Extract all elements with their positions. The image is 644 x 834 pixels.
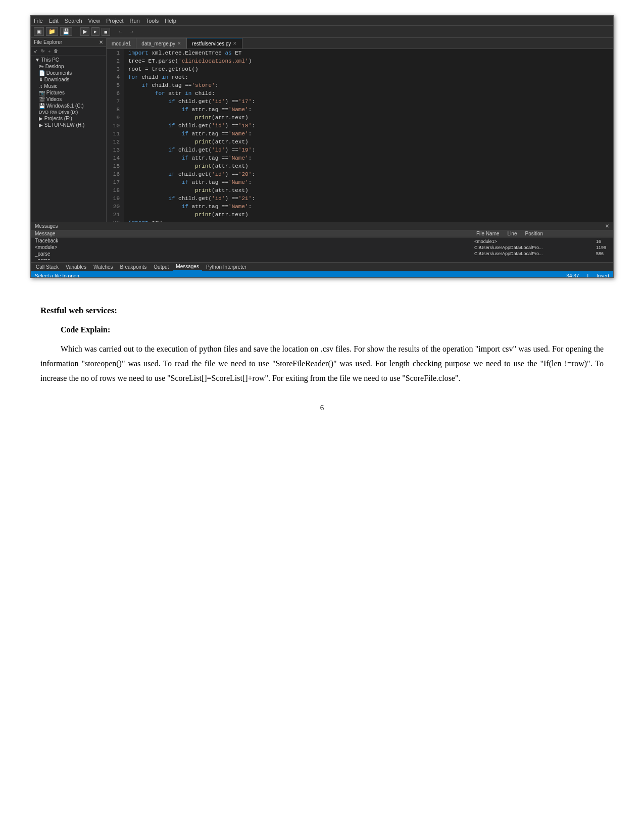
file-tree: ▼ This PC 🗁 Desktop 📄 Documents ⬇ Downlo… [31,56,106,129]
bottom-tab-variables[interactable]: Variables [63,263,89,271]
message-row-1: Traceback [31,237,472,244]
menu-file[interactable]: File [34,18,43,24]
file-tree-item[interactable]: ▶ Projects (E:) [31,115,106,122]
text-content-section: Restful web services: Code Explain: Whic… [0,288,644,435]
toolbar-nav-back[interactable]: ← [118,29,123,34]
menu-edit[interactable]: Edit [49,18,59,24]
messages-column-headers: Message [31,230,472,237]
col-line: Line [504,230,521,237]
file-explorer: File Explorer ✕ ↙ ↻ + 🗑 ▼ This PC 🗁 Desk… [31,38,107,222]
message-row-2: <module> [31,244,472,251]
ide-bottom-tabs: Call Stack Variables Watches Breakpoints… [31,262,613,271]
ide-screenshot-container: File Edit Search View Project Run Tools … [0,0,644,288]
code-content-area: 12345 678910 1112131415 1617181920 21222… [107,49,613,222]
file-tree-item[interactable]: 🗁 Desktop [31,63,106,70]
file-explorer-pin[interactable]: ✕ [99,39,103,45]
file-tree-item[interactable]: DVD RW Drive (D:) [31,109,106,115]
line-numbers: 12345 678910 1112131415 1617181920 21222… [107,49,124,222]
col-position: Position [521,230,547,237]
messages-title: Messages [35,223,58,229]
file-explorer-title: File Explorer ✕ [31,38,106,47]
file-tree-item[interactable]: ⬇ Downloads [31,76,106,83]
statusbar-message: Select a file to open [35,273,79,278]
menu-tools[interactable]: Tools [146,18,159,24]
ide-menubar[interactable]: File Edit Search View Project Run Tools … [31,16,613,26]
code-editor[interactable]: module1 data_merge.py ✕ restfulservices.… [107,38,613,222]
ide-statusbar: Select a file to open 34:37 | Insert [31,271,613,278]
file-tree-item[interactable]: ♫ Music [31,83,106,89]
section-heading-restful: Restful web services: [40,303,604,319]
file-tree-item[interactable]: 📷 Pictures [31,89,106,96]
menu-run[interactable]: Run [129,18,139,24]
toolbar-run[interactable]: ▶ [80,27,89,36]
msg-right-row-4: C:\Users\userAppData\LocalPro... 586 [472,251,613,257]
messages-content: Message Traceback <module> _parse _parse [31,230,613,260]
toolbar-save[interactable]: 💾 [60,27,72,36]
toolbar-nav-fwd[interactable]: → [129,29,134,34]
col-filename: File Name [472,230,504,237]
file-tree-item[interactable]: 💾 Windows8.1 (C:) [31,103,106,109]
sub-heading-code-explain: Code Explain: [61,323,604,337]
file-tree-item[interactable]: ▶ SETUP-NEW (H:) [31,122,106,128]
file-tree-item[interactable]: ▼ This PC [31,57,106,63]
code-lines: import xml.etree.ElementTree as ET tree=… [124,49,613,222]
messages-right-panel: File Name Line Position <module1> 16 [472,230,613,260]
menu-project[interactable]: Project [106,18,123,24]
fe-refresh[interactable]: ↻ [40,48,46,54]
menu-search[interactable]: Search [65,18,82,24]
ide-main-area: File Explorer ✕ ↙ ↻ + 🗑 ▼ This PC 🗁 Desk… [31,38,613,222]
statusbar-position: 34:37 [566,273,579,278]
bottom-tab-breakpoints[interactable]: Breakpoints [117,263,150,271]
menu-view[interactable]: View [88,18,101,24]
page-number: 6 [40,401,604,415]
bottom-tab-messages[interactable]: Messages [173,263,202,271]
col-message: Message [31,230,60,237]
toolbar-new[interactable]: ▣ [34,27,44,36]
bottom-tab-watches[interactable]: Watches [90,263,116,271]
message-row-4: _parse [31,257,472,260]
message-row-3: _parse [31,251,472,257]
ide-tabs-bar: module1 data_merge.py ✕ restfulservices.… [107,38,613,49]
fe-delete[interactable]: 🗑 [53,48,59,54]
statusbar-mode: Insert [597,273,609,278]
file-tree-item[interactable]: 📄 Documents [31,70,106,76]
bottom-tab-callstack[interactable]: Call Stack [33,263,62,271]
ide-window: File Edit Search View Project Run Tools … [30,15,614,278]
msg-right-row-3: C:\Users\userAppData\LocalPro... 1199 [472,244,613,251]
body-paragraph: Which was carried out to the execution o… [40,342,604,385]
close-tab-data-merge[interactable]: ✕ [177,41,181,46]
bottom-tab-python-interpreter[interactable]: Python Interpreter [203,263,250,271]
toolbar-stop[interactable]: ■ [102,28,110,36]
toolbar-debug[interactable]: ▸ [91,27,100,36]
file-explorer-toolbar: ↙ ↻ + 🗑 [31,47,106,56]
tab-restful-services[interactable]: restfulservices.py ✕ [187,38,242,48]
messages-left-panel: Message Traceback <module> _parse _parse [31,230,472,260]
menu-help[interactable]: Help [165,18,176,24]
tab-data-merge[interactable]: data_merge.py ✕ [136,38,187,48]
messages-right-cols: File Name Line Position [472,230,613,237]
toolbar-open[interactable]: 📁 [46,27,58,36]
msg-right-row-2: <module1> 16 [472,238,613,244]
close-tab-restful[interactable]: ✕ [233,41,237,46]
bottom-tab-output[interactable]: Output [151,263,172,271]
messages-panel: Messages ✕ Message Traceback <module> _p… [31,222,613,262]
fe-collapse[interactable]: ↙ [33,48,39,54]
ide-toolbar: ▣ 📁 💾 ▶ ▸ ■ ← → [31,26,613,38]
messages-pin[interactable]: ✕ [605,223,609,229]
fe-new-file[interactable]: + [47,48,52,54]
messages-panel-header: Messages ✕ [31,222,613,230]
tab-module1[interactable]: module1 [107,38,136,48]
file-tree-item[interactable]: 🎬 Videos [31,96,106,103]
